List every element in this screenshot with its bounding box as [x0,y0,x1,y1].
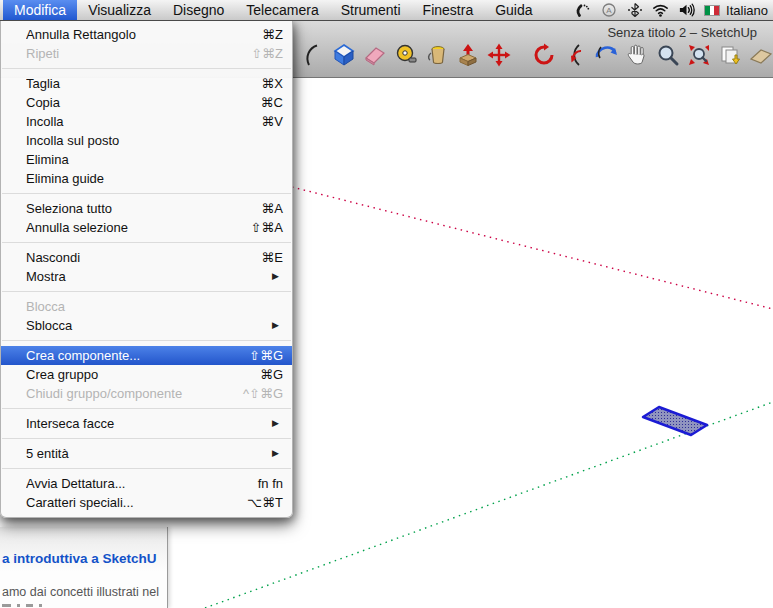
menu-item-label: Seleziona tutto [26,199,261,218]
menu-item-shortcut: ⌘V [261,112,283,131]
menu-item-shortcut: ⌘E [261,248,283,267]
menu-separator [2,291,291,292]
menu-separator [2,193,291,194]
menu-item-label: Ripeti [26,44,251,63]
menu-item-shortcut: fn fn [258,474,283,493]
submenu-arrow-icon: ▶ [272,267,279,286]
menu-item-shortcut: ⌘X [261,74,283,93]
menu-item-shortcut: ⇧⌘Z [251,44,283,63]
orbit-tool-icon[interactable] [594,42,618,68]
selected-face[interactable] [643,407,707,435]
submenu-arrow-icon: ▶ [272,444,279,463]
menu-separator [2,68,291,69]
menubar-item-modifica[interactable]: Modifica [3,0,77,20]
menu-item-label: Caratteri speciali... [26,493,247,512]
menu-item-label: Mostra [26,267,272,286]
menu-item-shortcut: ⌘G [260,365,283,384]
menu-item-label: Nascondi [26,248,261,267]
menu-item-seleziona-tutto[interactable]: Seleziona tutto⌘A [1,199,292,218]
menu-item-blocca: Blocca [1,297,292,316]
previous-view-tool-icon[interactable] [718,42,742,68]
menu-item-elimina[interactable]: Elimina [1,150,292,169]
bluetooth-icon[interactable] [626,2,643,18]
language-label[interactable]: Italiano [726,3,768,18]
wifi-icon[interactable] [652,2,669,18]
menu-item-copia[interactable]: Copia⌘C [1,93,292,112]
toolbar-icons [301,42,773,68]
paint-bucket-tool-icon[interactable] [425,42,449,68]
window-title: Senza titolo 2 – SketchUp [607,25,757,40]
phone-icon[interactable] [574,2,591,18]
menubar-item-guida[interactable]: Guida [484,0,543,20]
move-tool-icon[interactable] [487,42,511,68]
menu-item-incolla-sul-posto[interactable]: Incolla sul posto [1,131,292,150]
menu-item-label: Incolla [26,112,261,131]
menu-item-caratteri-speciali[interactable]: Caratteri speciali...⌥⌘T [1,493,292,512]
menu-item-shortcut: ^⇧⌘G [243,384,283,403]
offset-tool-icon[interactable] [563,42,587,68]
help-window[interactable]: a introduttiva a SketchU amo dai concett… [0,527,168,608]
menu-item-annulla-rettangolo[interactable]: Annulla Rettangolo⌘Z [1,25,292,44]
get-models-tool-icon[interactable] [749,42,773,68]
menu-separator [2,468,291,469]
menu-item-incolla[interactable]: Incolla⌘V [1,112,292,131]
menu-item-label: Crea gruppo [26,365,260,384]
menu-item-label: Interseca facce [26,414,272,433]
push-pull-tool-icon[interactable] [456,42,480,68]
menu-item-annulla-selezione[interactable]: Annulla selezione⇧⌘A [1,218,292,237]
menu-item-label: Annulla Rettangolo [26,25,262,44]
tape-measure-tool-icon[interactable] [394,42,418,68]
menu-item-5-entit[interactable]: 5 entità▶ [1,444,292,463]
svg-text:A: A [606,6,612,15]
submenu-arrow-icon: ▶ [272,414,279,433]
screen: Senza titolo 2 – SketchUp a introduttiva… [0,0,773,608]
menubar-item-strumenti[interactable]: Strumenti [330,0,412,20]
menu-item-label: Chiudi gruppo/componente [26,384,243,403]
menu-item-shortcut: ⌘C [261,93,283,112]
circled-a-icon[interactable]: A [600,2,617,18]
menu-item-chiudi-gruppo-componente: Chiudi gruppo/componente^⇧⌘G [1,384,292,403]
arc-tool-icon[interactable] [301,42,325,68]
menu-separator [2,242,291,243]
menu-item-label: Incolla sul posto [26,131,283,150]
rotate-tool-icon[interactable] [532,42,556,68]
volume-icon[interactable] [678,2,695,18]
zoom-tool-icon[interactable] [656,42,680,68]
modifica-dropdown-menu: Annulla Rettangolo⌘ZRipeti⇧⌘ZTaglia⌘XCop… [0,20,293,518]
menu-item-elimina-guide[interactable]: Elimina guide [1,169,292,188]
menu-item-label: Taglia [26,74,261,93]
menu-item-nascondi[interactable]: Nascondi⌘E [1,248,292,267]
menu-item-label: Annulla selezione [26,218,250,237]
help-body-text: amo dai concetti illustrati nel [2,585,159,599]
menu-item-crea-gruppo[interactable]: Crea gruppo⌘G [1,365,292,384]
menubar-item-finestra[interactable]: Finestra [412,0,485,20]
menubar-items: ModificaVisualizzaDisegnoTelecameraStrum… [0,0,544,20]
menu-item-crea-componente[interactable]: Crea componente...⇧⌘G [1,346,292,365]
zoom-extents-tool-icon[interactable] [687,42,711,68]
menu-item-sblocca[interactable]: Sblocca▶ [1,316,292,335]
help-heading-link[interactable]: a introduttiva a SketchU [2,551,157,566]
menu-item-interseca-facce[interactable]: Interseca facce▶ [1,414,292,433]
menu-item-label: Elimina guide [26,169,283,188]
menubar: ModificaVisualizzaDisegnoTelecameraStrum… [0,0,773,21]
menu-item-ripeti: Ripeti⇧⌘Z [1,44,292,63]
eraser-tool-icon[interactable] [363,42,387,68]
menubar-item-telecamera[interactable]: Telecamera [235,0,329,20]
menu-item-shortcut: ⌥⌘T [247,493,283,512]
menu-item-mostra[interactable]: Mostra▶ [1,267,292,286]
menubar-status-area: A [574,0,773,20]
make-component-tool-icon[interactable] [332,42,356,68]
italian-flag-icon[interactable] [704,5,720,16]
menubar-item-disegno[interactable]: Disegno [162,0,235,20]
menu-item-taglia[interactable]: Taglia⌘X [1,74,292,93]
menu-item-avvia-dettatura[interactable]: Avvia Dettatura...fn fn [1,474,292,493]
menu-item-label: Sblocca [26,316,272,335]
menu-item-label: Copia [26,93,261,112]
menu-item-shortcut: ⌘A [261,199,283,218]
red-axis-line [292,187,773,309]
menu-item-label: Crea componente... [26,346,249,365]
menu-item-label: Elimina [26,150,283,169]
menubar-item-visualizza[interactable]: Visualizza [77,0,162,20]
menu-separator [2,408,291,409]
pan-tool-icon[interactable] [625,42,649,68]
